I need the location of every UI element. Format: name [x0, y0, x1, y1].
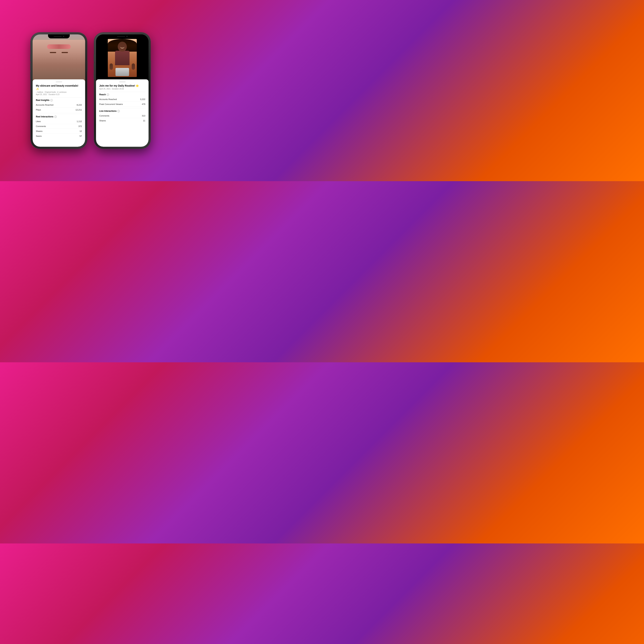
- right-peak-viewers-label: Peak Concurrent Viewers: [99, 103, 123, 105]
- left-comments-label: Comments: [36, 125, 46, 127]
- right-date: April 25, 2021 · Duration 25:03: [99, 88, 145, 90]
- left-plays-row: Plays 12,211: [36, 107, 82, 112]
- left-plays-value: 12,211: [76, 109, 82, 111]
- left-reel-interactions-header: Reel Interactions i: [36, 115, 82, 118]
- left-shares-label: Shares: [36, 130, 42, 132]
- phone-right: Join me for my Daily Routine! 🌟 April 25…: [94, 33, 150, 149]
- left-reel-interactions-label: Reel Interactions: [36, 115, 53, 118]
- left-reel-insights-header: Reel Insights i: [36, 99, 82, 101]
- left-notch-camera: [63, 36, 64, 37]
- right-shares-label: Shares: [99, 120, 106, 122]
- right-live-interactions-info-icon[interactable]: i: [117, 110, 120, 112]
- right-reach-header: Reach i: [99, 93, 145, 96]
- phone-left-content: My skincare and beauty essentials! ✨ ♪ k…: [33, 79, 85, 147]
- phone-left: My skincare and beauty essentials! ✨ ♪ k…: [31, 33, 87, 149]
- right-notch-camera: [126, 36, 128, 37]
- phone-left-screen: My skincare and beauty essentials! ✨ ♪ k…: [33, 34, 85, 147]
- left-divider-2: [36, 114, 82, 114]
- right-shares-row: Shares 11: [99, 118, 145, 123]
- left-likes-value: 1,112: [77, 120, 82, 122]
- right-accounts-reached-value: 3,222: [140, 98, 145, 100]
- right-comments-value: 313: [142, 115, 145, 117]
- phones-container: My skincare and beauty essentials! ✨ ♪ k…: [24, 22, 158, 159]
- right-shares-value: 11: [143, 120, 145, 122]
- left-headband: [47, 44, 71, 49]
- left-date: April 25, 2021 · Duration 0:23: [36, 93, 82, 95]
- left-title: My skincare and beauty essentials! ✨: [36, 84, 82, 91]
- left-comments-row: Comments 372: [36, 124, 82, 129]
- audio-wave-icon: ♪: [36, 91, 37, 93]
- right-comments-label: Comments: [99, 115, 109, 117]
- left-home-indicator: [52, 145, 66, 146]
- left-likes-row: Likes 1,112: [36, 119, 82, 124]
- right-divider-2: [99, 108, 145, 108]
- left-face-eyes: [50, 51, 68, 54]
- left-eye-left: [50, 52, 56, 53]
- right-divider-1: [99, 92, 145, 92]
- right-accounts-reached-row: Accounts Reached 3,222: [99, 97, 145, 102]
- left-audio-text: kaiblue · Original Audio: [37, 91, 56, 93]
- left-eye-right: [62, 52, 68, 53]
- left-accounts-reached-row: Accounts Reached 8,222: [36, 103, 82, 107]
- left-effect-text: ✦ Luminous: [57, 91, 66, 93]
- phone-left-notch: [48, 34, 70, 38]
- right-home-indicator: [115, 145, 130, 146]
- left-notch-speaker: [54, 36, 62, 37]
- right-live-interactions-header: Live Interactions i: [99, 110, 145, 112]
- left-reel-insights-label: Reel Insights: [36, 99, 49, 101]
- left-accounts-reached-label: Accounts Reached: [36, 104, 53, 106]
- phone-right-media: [96, 34, 149, 82]
- right-notch-speaker: [117, 36, 125, 37]
- left-shares-value: 12: [80, 130, 82, 132]
- right-peak-viewers-value: 479: [142, 103, 145, 105]
- left-likes-label: Likes: [36, 120, 41, 122]
- left-shares-row: Shares 12: [36, 129, 82, 134]
- phone-right-notch: [111, 34, 133, 38]
- left-face-image: [33, 40, 85, 82]
- left-accounts-reached-value: 8,222: [77, 104, 82, 106]
- right-drag-handle: [119, 82, 126, 82]
- right-comments-row: Comments 313: [99, 113, 145, 118]
- right-title: Join me for my Daily Routine! 🌟: [99, 84, 145, 87]
- right-person-thumbnail: [108, 39, 137, 77]
- right-live-interactions-label: Live Interactions: [99, 110, 116, 112]
- left-drag-handle: [56, 82, 62, 82]
- right-accounts-reached-label: Accounts Reached: [99, 98, 117, 100]
- left-saves-row: Saves 57: [36, 134, 82, 138]
- phone-right-content: Join me for my Daily Routine! 🌟 April 25…: [96, 79, 149, 147]
- left-plays-label: Plays: [36, 109, 41, 111]
- right-reach-info-icon[interactable]: i: [107, 93, 109, 96]
- left-reel-insights-info-icon[interactable]: i: [50, 99, 53, 101]
- left-saves-label: Saves: [36, 135, 42, 137]
- right-peak-viewers-row: Peak Concurrent Viewers 479: [99, 102, 145, 107]
- right-reach-label: Reach: [99, 93, 106, 96]
- left-meta-audio: ♪ kaiblue · Original Audio ✦ Luminous: [36, 91, 82, 93]
- left-saves-value: 57: [80, 135, 82, 137]
- phone-right-screen: Join me for my Daily Routine! 🌟 April 25…: [96, 34, 149, 147]
- phone-left-media: [33, 34, 85, 82]
- left-comments-value: 372: [78, 125, 82, 127]
- left-reel-interactions-info-icon[interactable]: i: [54, 116, 57, 118]
